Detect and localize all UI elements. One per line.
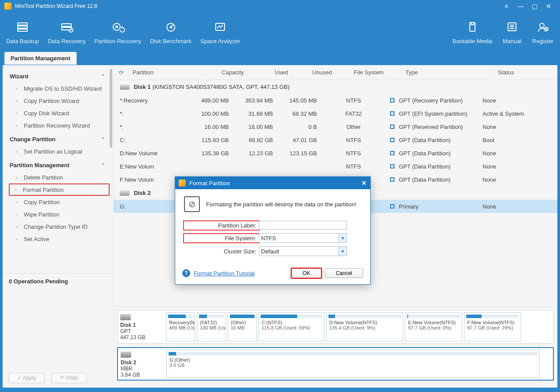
sidebar-item-migrate-os-to-ssd-hd-wizard[interactable]: ▫Migrate OS to SSD/HD Wizard	[10, 82, 110, 95]
ok-button[interactable]: OK	[291, 268, 321, 278]
maximize-button[interactable]: ▢	[527, 3, 542, 10]
sidebar-group-change-partition[interactable]: Change Partition⌃	[10, 132, 110, 145]
tab-partition-management[interactable]: Partition Management	[4, 52, 77, 65]
apply-button[interactable]: ✓ Apply	[9, 373, 44, 383]
sidebar-item-copy-partition[interactable]: ▫Copy Partition	[10, 196, 110, 208]
minimize-button[interactable]: —	[513, 3, 527, 10]
manual-icon	[503, 20, 521, 33]
close-button[interactable]: ✕	[542, 3, 556, 10]
chevron-up-icon: ⌃	[101, 73, 105, 80]
sidebar: Wizard⌃▫Migrate OS to SSD/HD Wizard▫Copy…	[3, 65, 114, 388]
column-partition[interactable]: Partition	[129, 69, 203, 76]
sidebar-item-partition-recovery-wizard[interactable]: ▫Partition Recovery Wizard	[10, 119, 110, 132]
disk-map[interactable]: Disk 1GPT447.13 GBRecovery(N499 MB (Use(…	[117, 310, 554, 344]
sidebar-item-wipe-partition[interactable]: ▫Wipe Partition	[10, 208, 110, 220]
sidebar-group-wizard[interactable]: Wizard⌃	[10, 69, 110, 82]
chevron-up-icon: ⌃	[101, 162, 105, 169]
undo-button[interactable]: ↶ Undo	[52, 373, 87, 383]
svg-rect-2	[18, 29, 27, 31]
tool-register[interactable]: Register	[527, 18, 558, 47]
chevron-down-icon[interactable]: ▼	[339, 234, 346, 242]
data-backup-icon	[14, 20, 31, 33]
sidebar-item-change-partition-type-id[interactable]: ▫Change Partition Type ID	[10, 220, 110, 233]
disk-map-segment[interactable]: G:(Other)3.6 GB	[166, 350, 540, 378]
app-title: MiniTool Partition Wizard Free 12.8	[15, 3, 97, 9]
delete-partition-icon: ▫	[12, 174, 21, 181]
column-type[interactable]: Type	[402, 69, 494, 76]
column-capacity[interactable]: Capacity	[203, 69, 247, 76]
tutorial-link[interactable]: Format Partition Tutorial	[194, 270, 255, 277]
cancel-button[interactable]: Cancel	[325, 268, 363, 278]
column-unused[interactable]: Unused	[291, 69, 335, 76]
refresh-button[interactable]: ⟳	[114, 69, 129, 76]
sidebar-scrollbar[interactable]	[110, 69, 112, 388]
set-logical-icon: ▫	[12, 148, 21, 155]
app-logo-icon	[4, 3, 11, 10]
copy-disk-wizard-icon: ▫	[12, 110, 21, 117]
dialog-titlebar[interactable]: Format Partition ✕	[175, 177, 370, 189]
svg-point-6	[116, 26, 118, 28]
operations-pending: 0 Operations Pending	[9, 278, 107, 285]
sidebar-item-delete-partition[interactable]: ▫Delete Partition	[10, 171, 110, 183]
partition-row[interactable]: C:115.83 GB68.82 GB47.01 GBNTFSGPT (Data…	[114, 133, 557, 147]
tool-disk-benchmark[interactable]: Disk Benchmark	[146, 18, 196, 47]
data-recovery-icon	[58, 20, 75, 33]
partition-label-input[interactable]	[259, 221, 347, 230]
register-icon	[534, 20, 552, 33]
svg-rect-10	[470, 22, 475, 31]
partition-row[interactable]: E:New VolumNTFSGPT (Data Partition)None	[114, 160, 557, 173]
cluster-size-combo[interactable]: Default ▼	[259, 246, 347, 256]
file-system-combo[interactable]: NTFS ▼	[259, 233, 347, 243]
copy-partition-icon: ▫	[12, 198, 21, 205]
type-box-icon	[390, 204, 394, 209]
label-cluster-size: Cluster Size:	[184, 248, 259, 255]
partition-row[interactable]: *:16.00 MB16.00 MB0 BOtherGPT (Reserved …	[114, 120, 557, 133]
label-partition-label: Partition Label:	[184, 221, 259, 230]
svg-rect-11	[471, 22, 474, 25]
dialog-title: Format Partition	[189, 180, 230, 187]
menu-button[interactable]: ≡	[499, 3, 513, 10]
dialog-close-button[interactable]: ✕	[361, 180, 367, 187]
disk-map-segment[interactable]: Recovery(N499 MB (Use	[166, 312, 195, 341]
disk-map-segment[interactable]: D:New Volume(NTFS)135.4 GB (Used: 9%)	[326, 312, 403, 341]
column-status[interactable]: Status	[494, 69, 557, 76]
tool-bootable-media[interactable]: Bootable Media	[448, 18, 497, 47]
disk-icon	[121, 352, 131, 358]
svg-point-16	[540, 23, 544, 28]
sidebar-item-copy-partition-wizard[interactable]: ▫Copy Partition Wizard	[10, 95, 110, 107]
tool-manual[interactable]: Manual	[497, 18, 527, 47]
dialog-logo-icon	[179, 180, 186, 187]
change-type-id-icon: ▫	[12, 223, 21, 230]
disk-map-segment[interactable]: (Other)16 MB	[228, 312, 257, 341]
partition-row[interactable]: *:Recovery499.00 MB353.94 MB145.05 MBNTF…	[114, 94, 557, 107]
format-partition-dialog: Format Partition ✕ Formating the partiti…	[175, 176, 371, 285]
disk-map-segment[interactable]: C:(NTFS)115.8 GB (Used: 59%)	[258, 312, 324, 341]
format-partition-icon: ▫	[11, 186, 20, 193]
sidebar-group-partition-management[interactable]: Partition Management⌃	[10, 158, 110, 171]
chevron-down-icon[interactable]: ▼	[339, 247, 346, 256]
disk-icon	[120, 314, 131, 320]
disk-map-segment[interactable]: F:New Volume(NTFS)97.7 GB (Used: 29%)	[464, 312, 521, 341]
help-icon[interactable]: ?	[182, 269, 190, 277]
column-filesystem[interactable]: File System	[335, 69, 402, 76]
tool-data-backup[interactable]: Data Backup	[2, 18, 43, 47]
partition-recovery-icon	[109, 20, 127, 33]
partition-row[interactable]: *:100.00 MB31.68 MB68.32 MBFAT32GPT (EFI…	[114, 107, 557, 120]
disk-header[interactable]: Disk 1(KINGSTON SA400S37480G SATA, GPT, …	[114, 80, 557, 94]
svg-rect-1	[18, 26, 27, 28]
type-box-icon	[390, 151, 394, 155]
tool-data-recovery[interactable]: Data Recovery	[43, 18, 90, 47]
column-used[interactable]: Used	[247, 69, 291, 76]
sidebar-item-copy-disk-wizard[interactable]: ▫Copy Disk Wizard	[10, 107, 110, 119]
disk-map[interactable]: Disk 2MBR3.64 GBG:(Other)3.6 GB	[117, 347, 554, 381]
sidebar-item-format-partition[interactable]: ▫Format Partition	[9, 183, 110, 196]
tool-partition-recovery[interactable]: Partition Recovery	[90, 18, 145, 47]
space-analyzer-icon	[211, 20, 229, 33]
disk-map-segment[interactable]: E:New Volume(NTFS)97.7 GB (Used: 0%)	[405, 312, 462, 341]
disk-map-segment[interactable]: (FAT32)100 MB (Use	[197, 312, 226, 341]
sidebar-item-set-active[interactable]: ▫Set Active	[10, 233, 110, 245]
tool-space-analyzer[interactable]: Space Analyzer	[196, 18, 244, 47]
partition-row[interactable]: D:New Volume135.38 GB12.23 GB123.15 GBNT…	[114, 147, 557, 160]
sidebar-item-set-partition-as-logical[interactable]: ▫Set Partition as Logical	[10, 145, 110, 158]
disk-benchmark-icon	[162, 20, 180, 33]
